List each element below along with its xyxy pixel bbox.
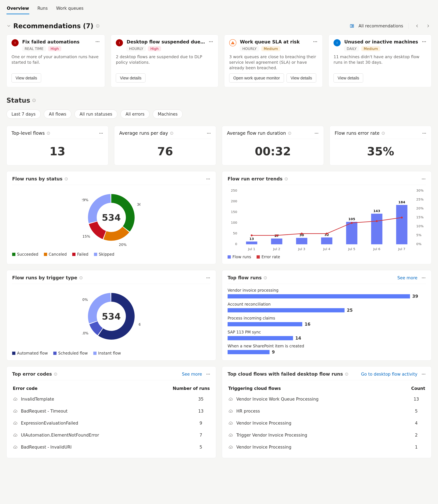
svg-rect-65 — [286, 179, 286, 180]
svg-text:250: 250 — [231, 189, 237, 192]
view-details-button[interactable]: View details — [286, 73, 316, 82]
rec-card-inactive[interactable]: Unused or inactive machines DAILY Medium… — [328, 34, 431, 87]
more-icon[interactable] — [206, 177, 210, 181]
view-details-button[interactable]: View details — [116, 73, 145, 82]
svg-text:143: 143 — [373, 209, 380, 213]
tab-overview[interactable]: Overview — [7, 5, 29, 14]
info-icon[interactable] — [96, 24, 100, 28]
svg-point-67 — [423, 179, 424, 179]
svg-text:Jul 7: Jul 7 — [398, 247, 405, 251]
svg-point-68 — [425, 179, 425, 179]
table-row[interactable]: Trigger Vendor Invoice Processing2 — [228, 429, 426, 441]
open-monitor-button[interactable]: Open work queue monitor — [229, 73, 284, 82]
info-icon[interactable] — [54, 372, 57, 376]
panel-title: Top flow runs — [228, 275, 262, 280]
filter-errors[interactable]: All errors — [120, 110, 150, 119]
see-more-link[interactable]: See more — [182, 372, 202, 377]
table-row[interactable]: InvalidTemplate35 — [12, 393, 210, 405]
svg-point-136 — [425, 374, 425, 375]
rec-desc: 3 work queues are close to breaching the… — [229, 54, 318, 70]
rec-card-dlp[interactable]: Desktop flow suspended due… HOURLY High … — [111, 34, 218, 87]
info-icon[interactable] — [47, 131, 50, 135]
info-icon[interactable] — [79, 276, 83, 280]
more-icon[interactable] — [421, 372, 426, 377]
info-icon[interactable] — [263, 276, 267, 280]
view-details-button[interactable]: View details — [11, 73, 41, 82]
svg-rect-49 — [383, 133, 383, 134]
rec-title: Work queue SLA at risk — [240, 39, 309, 45]
svg-text:105: 105 — [348, 217, 355, 221]
svg-rect-91 — [321, 238, 332, 244]
tab-runs[interactable]: Runs — [37, 5, 48, 14]
table-row[interactable]: BadRequest - InvalidURI5 — [12, 441, 210, 453]
rec-card-fix-failed[interactable]: Fix failed automations REAL TIME High On… — [7, 34, 105, 87]
more-icon[interactable] — [314, 131, 319, 136]
table-row[interactable]: BadRequest - Timeout13 — [12, 405, 210, 417]
view-details-button[interactable]: View details — [334, 73, 363, 82]
table-row[interactable]: Vendor Invoice Processing1 — [228, 441, 426, 453]
chevron-down-icon[interactable] — [7, 24, 11, 28]
svg-text:Jul 3: Jul 3 — [298, 247, 305, 251]
more-icon[interactable] — [206, 372, 210, 377]
svg-rect-94 — [346, 222, 358, 244]
info-icon[interactable] — [65, 177, 68, 181]
metric-avg-runs: Average runs per day 76 — [114, 126, 216, 165]
rec-title: Desktop flow suspended due… — [127, 39, 205, 45]
panel-title: Top error codes — [12, 371, 52, 377]
filter-run-statuses[interactable]: All run statuses — [75, 110, 117, 119]
svg-point-57 — [208, 179, 209, 179]
more-icon[interactable] — [208, 39, 213, 44]
donut-trigger: 60%10%30% 534 — [12, 284, 210, 349]
see-more-link[interactable]: See more — [397, 275, 417, 280]
more-icon[interactable] — [206, 275, 210, 280]
more-icon[interactable] — [99, 131, 103, 136]
go-activity-link[interactable]: Go to desktop flow activity — [361, 372, 417, 377]
more-icon[interactable] — [313, 39, 318, 44]
info-icon[interactable] — [288, 131, 291, 135]
svg-point-50 — [423, 133, 423, 134]
filter-all-flows[interactable]: All flows — [44, 110, 71, 119]
more-icon[interactable] — [422, 39, 427, 44]
svg-point-27 — [34, 100, 34, 100]
more-icon[interactable] — [422, 131, 427, 136]
more-icon[interactable] — [207, 131, 211, 136]
carousel-next[interactable] — [425, 23, 431, 29]
hbar-item: Process incoming claims16 — [228, 316, 426, 327]
more-icon[interactable] — [421, 275, 426, 280]
svg-point-32 — [99, 133, 100, 134]
combo-chart: 0501001502002500%5%10%15%20%25%30%13Jul … — [228, 188, 426, 252]
carousel-prev[interactable] — [414, 23, 420, 29]
panel-top-cloud-flows: Top cloud flows with failed desktop flow… — [222, 366, 431, 458]
svg-point-108 — [376, 220, 378, 222]
warning-icon — [229, 39, 236, 46]
svg-point-9 — [97, 41, 98, 42]
svg-point-114 — [208, 277, 209, 278]
info-icon[interactable] — [285, 177, 288, 181]
more-icon[interactable] — [421, 177, 426, 181]
info-icon[interactable] — [382, 131, 385, 135]
filter-last7[interactable]: Last 7 days — [7, 110, 41, 119]
top-flow-bars: Vendor invoice processing39Account recon… — [228, 288, 426, 355]
table-row[interactable]: UIAutomation.ElementNotFoundError7 — [12, 429, 210, 441]
svg-text:Jul 2: Jul 2 — [273, 247, 280, 251]
table-row[interactable]: Vendor Invoice Work Queue Processing13 — [228, 393, 426, 405]
svg-rect-31 — [48, 133, 48, 134]
filter-pills: Last 7 days All flows All run statuses A… — [7, 110, 431, 119]
more-icon[interactable] — [95, 39, 100, 44]
rec-card-sla[interactable]: Work queue SLA at risk HOURLY Medium 3 w… — [224, 34, 323, 87]
metric-avg-duration: Average flow run duration 00:32 — [222, 126, 324, 165]
filter-machines[interactable]: Machines — [153, 110, 183, 119]
hbar-item: SAP 113 PM sync14 — [228, 330, 426, 341]
sev-chip: High — [48, 46, 61, 51]
tab-work-queues[interactable]: Work queues — [56, 5, 84, 14]
table-row[interactable]: ExpressionEvaluationFailed9 — [12, 417, 210, 429]
table-row[interactable]: Vendor Invoice Processing4 — [228, 417, 426, 429]
metric-cards: Top-level flows 13 Average runs per day … — [7, 126, 431, 165]
info-icon[interactable] — [32, 98, 36, 102]
svg-point-14 — [210, 41, 211, 42]
info-icon[interactable] — [170, 131, 174, 135]
info-icon[interactable] — [345, 372, 349, 376]
table-row[interactable]: HR process5 — [228, 405, 426, 417]
svg-point-58 — [209, 179, 210, 179]
all-recommendations-link[interactable]: All recommendations — [359, 23, 403, 28]
